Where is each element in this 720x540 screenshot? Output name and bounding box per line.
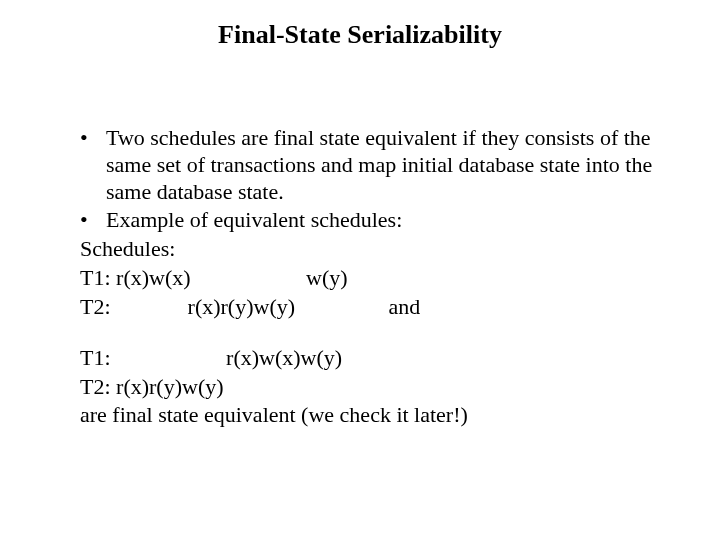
- slide-body: Two schedules are final state equivalent…: [80, 125, 680, 431]
- schedules-label: Schedules:: [80, 236, 680, 263]
- schedule2-t2: T2: r(x)r(y)w(y): [80, 374, 680, 401]
- bullet-definition: Two schedules are final state equivalent…: [80, 125, 680, 205]
- schedule2-t1: T1: r(x)w(x)w(y): [80, 345, 680, 372]
- slide: Final-State Serializability Two schedule…: [0, 0, 720, 540]
- closing-line: are final state equivalent (we check it …: [80, 402, 680, 429]
- schedule1-t1: T1: r(x)w(x) w(y): [80, 265, 680, 292]
- slide-title: Final-State Serializability: [0, 20, 720, 50]
- schedule1-t2: T2: r(x)r(y)w(y) and: [80, 294, 680, 321]
- spacer: [80, 323, 680, 345]
- bullet-example-intro: Example of equivalent schedules:: [80, 207, 680, 234]
